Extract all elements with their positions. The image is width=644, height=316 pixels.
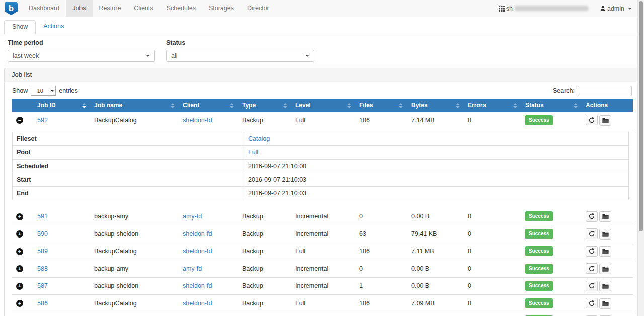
job-files-button[interactable] (599, 229, 611, 240)
nav-item-director[interactable]: Director (240, 0, 276, 17)
restart-icon (589, 266, 595, 272)
column-label: Level (295, 102, 311, 109)
client-link[interactable]: amy-fd (183, 265, 202, 272)
chevron-down-icon (146, 55, 150, 57)
expand-row-icon[interactable]: + (16, 230, 23, 238)
job-detail-table: FilesetCatalogPoolFullScheduled2016-09-0… (12, 132, 629, 200)
job-id-link[interactable]: 588 (37, 265, 48, 272)
column-label: Actions (586, 102, 608, 109)
detail-value-link[interactable]: Catalog (248, 135, 270, 142)
sort-icon[interactable] (82, 103, 86, 109)
job-id-link[interactable]: 590 (37, 230, 48, 238)
column-header-job-id[interactable]: Job ID (33, 99, 90, 112)
client-link[interactable]: sheldon-fd (183, 282, 212, 289)
sort-icon[interactable] (347, 103, 351, 109)
type-cell: Backup (238, 225, 291, 243)
status-badge: Success (525, 298, 553, 308)
client-link[interactable]: sheldon-fd (183, 230, 212, 238)
app-logo[interactable]: b (0, 0, 22, 17)
time-period-select[interactable]: last week (8, 50, 155, 62)
expand-row-icon[interactable]: + (16, 213, 23, 220)
entries-per-page-select[interactable]: 10 (31, 86, 56, 96)
detail-value: 2016-09-07 21:10:03 (244, 186, 629, 200)
restart-job-button[interactable] (586, 281, 598, 291)
client-link[interactable]: sheldon-fd (183, 300, 212, 307)
level-cell: Incremental (291, 260, 355, 278)
column-header-actions[interactable]: Actions (582, 99, 633, 112)
sort-icon[interactable] (283, 103, 287, 109)
nav-item-schedules[interactable]: Schedules (160, 0, 202, 17)
sort-icon[interactable] (456, 103, 460, 109)
job-id-link[interactable]: 589 (37, 248, 48, 255)
job-id-link[interactable]: 591 (37, 213, 48, 220)
nav-item-clients[interactable]: Clients (127, 0, 159, 17)
search-input[interactable] (578, 86, 632, 96)
show-label: Show (12, 87, 28, 94)
tab-show[interactable]: Show (4, 20, 36, 34)
detail-label: Scheduled (13, 159, 244, 173)
client-link[interactable]: sheldon-fd (183, 117, 212, 124)
sort-icon[interactable] (513, 103, 517, 109)
time-period-filter: Time period last week (8, 39, 155, 62)
expand-row-icon[interactable]: + (16, 265, 23, 272)
job-files-button[interactable] (599, 115, 611, 126)
column-header-client[interactable]: Client (179, 99, 238, 112)
bytes-cell: 0.00 B (407, 208, 464, 225)
nav-item-storages[interactable]: Storages (202, 0, 240, 17)
nav-item-restore[interactable]: Restore (93, 0, 128, 17)
expand-row-icon[interactable]: + (16, 300, 23, 307)
client-link[interactable]: amy-fd (183, 213, 202, 220)
job-id-link[interactable]: 586 (37, 300, 48, 307)
user-menu[interactable]: admin (600, 5, 632, 12)
detail-value-link[interactable]: Full (248, 149, 258, 156)
nav-item-dashboard[interactable]: Dashboard (22, 0, 66, 17)
table-row: +586BackupCatalogsheldon-fdBackupFull106… (12, 295, 633, 312)
sort-icon[interactable] (171, 103, 175, 109)
restart-job-button[interactable] (586, 298, 598, 308)
type-cell: Backup (238, 112, 291, 129)
column-header-level[interactable]: Level (291, 99, 355, 112)
restart-job-button[interactable] (586, 246, 598, 257)
errors-cell: 0 (464, 225, 521, 243)
scrollbar-thumb[interactable] (639, 1, 643, 231)
detail-label: Start (13, 173, 244, 186)
folder-icon (602, 301, 609, 306)
detail-value: 2016-09-07 21:10:00 (244, 159, 629, 173)
expand-row-icon[interactable]: + (16, 248, 23, 255)
sort-icon[interactable] (399, 103, 403, 109)
restart-job-button[interactable] (586, 211, 598, 222)
job-id-link[interactable]: 587 (37, 282, 48, 289)
collapse-row-icon[interactable]: − (16, 117, 23, 124)
job-files-button[interactable] (599, 264, 611, 274)
restart-job-button[interactable] (586, 228, 598, 239)
column-header-errors[interactable]: Errors (464, 99, 521, 112)
sort-icon[interactable] (574, 103, 578, 109)
detail-label: Pool (13, 145, 244, 159)
sort-icon[interactable] (230, 103, 234, 109)
tab-actions[interactable]: Actions (36, 20, 71, 34)
column-header-bytes[interactable]: Bytes (407, 99, 464, 112)
errors-cell: 0 (464, 277, 521, 295)
job-files-button[interactable] (599, 298, 611, 309)
client-link[interactable]: sheldon-fd (183, 248, 212, 255)
nav-item-jobs[interactable]: Jobs (66, 0, 92, 17)
vertical-scrollbar[interactable] (637, 0, 644, 316)
column-header-status[interactable]: Status (521, 99, 582, 112)
expand-row-icon[interactable]: + (16, 283, 23, 290)
filters-row: Time period last week Status all (0, 34, 644, 62)
job-files-button[interactable] (599, 211, 611, 222)
host-selector[interactable]: sh (499, 5, 589, 12)
status-select[interactable]: all (166, 50, 314, 62)
column-label: Type (242, 102, 256, 109)
column-header-files[interactable]: Files (355, 99, 407, 112)
job-files-button[interactable] (599, 281, 611, 291)
column-header-job-name[interactable]: Job name (90, 99, 179, 112)
column-header-type[interactable]: Type (238, 99, 291, 112)
errors-cell: 0 (464, 208, 521, 225)
folder-icon (602, 249, 609, 254)
level-cell: Full (291, 295, 355, 312)
job-id-link[interactable]: 592 (37, 117, 48, 124)
job-files-button[interactable] (599, 246, 611, 257)
restart-job-button[interactable] (586, 263, 598, 274)
restart-job-button[interactable] (586, 115, 598, 125)
